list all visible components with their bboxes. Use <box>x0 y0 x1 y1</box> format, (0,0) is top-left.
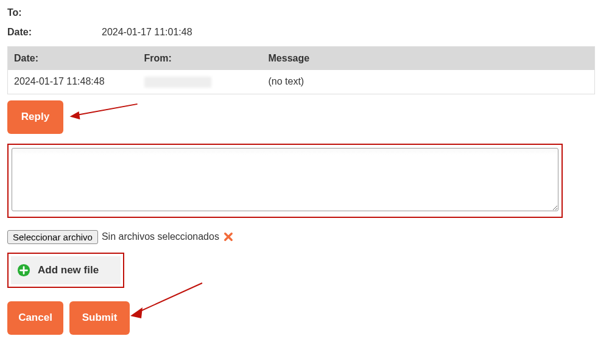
file-status-text: Sin archivos seleccionados <box>102 231 219 242</box>
svg-marker-1 <box>70 111 80 119</box>
remove-file-icon[interactable] <box>223 231 234 242</box>
annotation-arrow-submit-icon <box>130 282 203 321</box>
file-select-button[interactable]: Seleccionar archivo <box>7 230 98 244</box>
reply-textarea[interactable] <box>12 148 558 211</box>
add-new-file-button[interactable]: Add new file <box>11 256 121 284</box>
table-cell-from <box>138 70 262 94</box>
reply-section: Reply <box>7 94 602 134</box>
annotation-arrow-reply-icon <box>68 103 140 122</box>
table-header-message: Message <box>262 47 595 71</box>
plus-circle-icon <box>17 264 30 277</box>
svg-marker-4 <box>130 307 143 318</box>
date-row: Date: 2024-01-17 11:01:48 <box>7 27 602 38</box>
add-new-file-label: Add new file <box>38 264 99 276</box>
table-row: 2024-01-17 11:48:48 (no text) <box>8 70 595 94</box>
to-row: To: <box>7 7 602 18</box>
messages-table: Date: From: Message 2024-01-17 11:48:48 … <box>7 46 595 94</box>
cancel-button[interactable]: Cancel <box>7 301 63 335</box>
from-blurred <box>144 77 211 88</box>
to-label: To: <box>7 7 102 18</box>
svg-line-0 <box>74 104 138 116</box>
bottom-actions: Cancel Submit <box>7 301 563 335</box>
reply-button[interactable]: Reply <box>7 100 63 134</box>
date-label: Date: <box>7 27 102 38</box>
submit-button[interactable]: Submit <box>69 301 130 335</box>
date-value: 2024-01-17 11:01:48 <box>102 27 192 38</box>
table-cell-date: 2024-01-17 11:48:48 <box>8 70 138 94</box>
reply-textarea-annotation <box>7 144 563 218</box>
table-header-from: From: <box>138 47 262 71</box>
table-header-date: Date: <box>8 47 138 71</box>
table-cell-message: (no text) <box>262 70 595 94</box>
svg-line-3 <box>136 283 202 313</box>
file-select-row: Seleccionar archivo Sin archivos selecci… <box>7 230 602 244</box>
add-file-annotation: Add new file <box>7 253 124 288</box>
